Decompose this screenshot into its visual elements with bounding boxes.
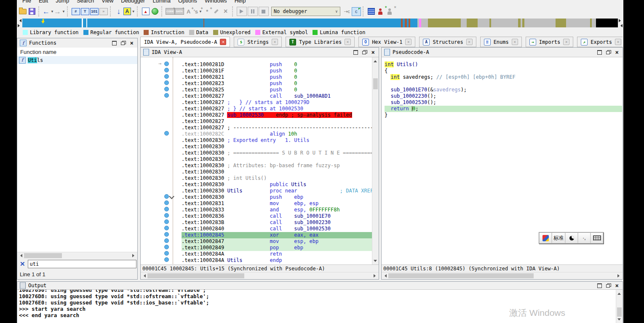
scroll-right-icon[interactable] xyxy=(617,274,621,278)
code-line[interactable]: .text:1000282C align 10h xyxy=(182,131,372,137)
jump-address-icon[interactable]: ↓ xyxy=(114,6,123,16)
code-line[interactable]: .text:1000284A Utils endp xyxy=(182,257,372,264)
scroll-left-icon[interactable] xyxy=(142,274,146,278)
tab-close-icon[interactable]: × xyxy=(512,39,518,45)
navigate-forward-icon[interactable]: →▼ xyxy=(54,6,65,16)
navband-scroll-left-icon[interactable] xyxy=(619,24,623,27)
code-line[interactable]: .text:10002827 xyxy=(182,118,372,125)
search-text-icon[interactable]: T xyxy=(80,6,90,16)
problem-list-icon[interactable]: ▲ xyxy=(141,6,150,16)
code-line[interactable]: .text:10002830 ; Exported entry 1. Utils xyxy=(182,137,372,144)
scroll-up-icon[interactable] xyxy=(617,291,621,295)
code-line[interactable]: .text:10002827 call sub_1000A8D1 xyxy=(182,93,372,99)
tab-close-icon[interactable]: × xyxy=(345,39,351,45)
make-name-icon[interactable]: A+ xyxy=(184,6,193,16)
code-line[interactable]: sub_10001E70(&savedregs); xyxy=(385,87,622,93)
code-line[interactable]: .text:10002836 call sub_10001E70 xyxy=(182,213,372,219)
code-line[interactable]: .text:10002827 ; -----------------------… xyxy=(182,125,372,131)
scroll-right-icon[interactable] xyxy=(374,274,377,278)
code-line[interactable]: .text:10002845 xor eax, eax xyxy=(182,232,372,238)
tab-close-icon[interactable]: × xyxy=(272,39,278,45)
code-line[interactable]: .text:10002830 ; =============== S U B R… xyxy=(182,150,372,156)
undefine-icon[interactable]: × xyxy=(221,6,230,16)
menu-debugger[interactable]: Debugger xyxy=(117,0,149,4)
tab-structures[interactable]: AStructures× xyxy=(419,37,476,47)
close-button[interactable]: × xyxy=(615,283,619,288)
scroll-thumb[interactable] xyxy=(147,273,244,278)
menu-windows[interactable]: Windows xyxy=(201,0,231,4)
code-line[interactable]: .text:10002830 xyxy=(182,144,372,150)
menu-file[interactable]: File xyxy=(19,0,35,4)
ida-hscrollbar[interactable] xyxy=(141,272,379,279)
maximize-button[interactable] xyxy=(112,41,117,45)
scroll-up-icon[interactable] xyxy=(374,59,377,62)
maximize-button[interactable] xyxy=(353,50,358,55)
menu-lumina[interactable]: Lumina xyxy=(149,0,174,4)
code-line[interactable]: .text:1000283B call sub_10002230 xyxy=(182,219,372,226)
tab-enums[interactable]: ≡Enums× xyxy=(480,37,522,47)
clear-search-icon[interactable]: ✕ xyxy=(20,261,25,267)
code-line[interactable]: sub_10002230(); xyxy=(385,93,622,99)
ime-fullhalf-icon[interactable] xyxy=(565,232,578,243)
float-button[interactable] xyxy=(606,283,611,288)
code-line[interactable]: .text:1000281D push 0 xyxy=(182,61,372,68)
code-line[interactable]: sub_10002530(); xyxy=(385,99,622,106)
lumina-status-icon[interactable] xyxy=(150,6,160,16)
tab-exports[interactable]: ↗Exports× xyxy=(577,37,623,47)
edit-icon[interactable] xyxy=(212,6,221,16)
scroll-left-icon[interactable] xyxy=(383,274,387,278)
float-button[interactable] xyxy=(606,50,611,54)
code-line[interactable]: .text:10002831 mov ebp, esp xyxy=(182,200,372,207)
tab-strings[interactable]: sStrings× xyxy=(234,37,282,47)
scroll-down-icon[interactable] xyxy=(617,318,621,322)
tab-type-libraries[interactable]: TType Libraries× xyxy=(286,37,355,47)
search-binary-icon[interactable]: # xyxy=(71,6,80,16)
tab-hex-view-1[interactable]: OHex View-1× xyxy=(358,37,415,47)
tab-close-icon[interactable]: × xyxy=(405,39,412,45)
ime-mode-label[interactable]: 标准 xyxy=(552,232,565,243)
scroll-thumb[interactable] xyxy=(617,307,622,317)
debugger-select-combo[interactable]: No debugger∨ xyxy=(271,7,340,16)
scroll-right-icon[interactable] xyxy=(132,254,136,257)
functions-hscrollbar[interactable] xyxy=(17,252,137,259)
function-name-column-header[interactable]: Function name xyxy=(17,48,137,56)
scroll-left-icon[interactable] xyxy=(19,254,22,257)
debugger-stop-icon[interactable] xyxy=(259,7,269,16)
code-line[interactable]: .text:1000284A retn xyxy=(182,251,372,257)
tab-close-icon[interactable]: × xyxy=(466,39,473,45)
tab-close-icon[interactable]: × xyxy=(563,39,569,45)
nav-band[interactable] xyxy=(22,19,618,27)
navband-scroll-right-icon[interactable] xyxy=(18,24,21,27)
open-file-icon[interactable] xyxy=(18,6,27,16)
scroll-thumb[interactable] xyxy=(388,273,534,278)
make-data-icon[interactable]: DATA+ xyxy=(175,6,184,16)
code-line[interactable]: .text:10002827 ; } // starts at 1000279D xyxy=(182,99,372,106)
close-button[interactable]: × xyxy=(615,50,619,54)
search-sequence-icon[interactable]: 101 xyxy=(90,6,99,16)
navband-scroll-left-icon[interactable] xyxy=(18,19,21,22)
navband-right-arrows[interactable] xyxy=(618,18,623,28)
navband-scroll-right-icon[interactable] xyxy=(619,19,623,22)
code-line[interactable]: .text:10002825 push 0 xyxy=(182,87,372,93)
code-line[interactable]: .text:10002823 push 0 xyxy=(182,80,372,87)
disassembly-listing[interactable]: .text:1000281D push 0.text:1000281F push… xyxy=(173,58,372,265)
menu-jump[interactable]: Jump xyxy=(52,0,73,4)
output-vscrollbar[interactable] xyxy=(616,290,623,323)
float-button[interactable] xyxy=(121,41,126,45)
code-line[interactable]: .text:10002830 ; Attributes: bp-based fr… xyxy=(182,163,372,169)
code-line[interactable]: .text:10002830 push ebp xyxy=(182,194,372,200)
notebook-icon[interactable] xyxy=(367,6,376,16)
code-line[interactable]: int savedregs; // [esp+0h] [ebp+0h] BYRE… xyxy=(385,74,622,80)
functions-search-input[interactable] xyxy=(28,260,136,268)
remove-user-icon[interactable]: × xyxy=(385,6,395,16)
save-icon[interactable] xyxy=(27,6,37,16)
code-line[interactable]: .text:10002827 sub_10002530 endp ; sp-an… xyxy=(182,112,372,118)
code-line[interactable]: .text:10002840 call sub_10002530 xyxy=(182,226,372,232)
code-line[interactable]: int Utils() xyxy=(385,61,622,68)
menu-search[interactable]: Search xyxy=(73,0,98,4)
make-string-icon[interactable]: 's+▼ xyxy=(193,6,203,16)
search-next-icon[interactable]: » xyxy=(99,6,108,16)
code-line[interactable]: .text:10002830 public Utils xyxy=(182,182,372,188)
add-user-icon[interactable]: + xyxy=(376,6,385,16)
close-button[interactable]: × xyxy=(130,41,134,45)
